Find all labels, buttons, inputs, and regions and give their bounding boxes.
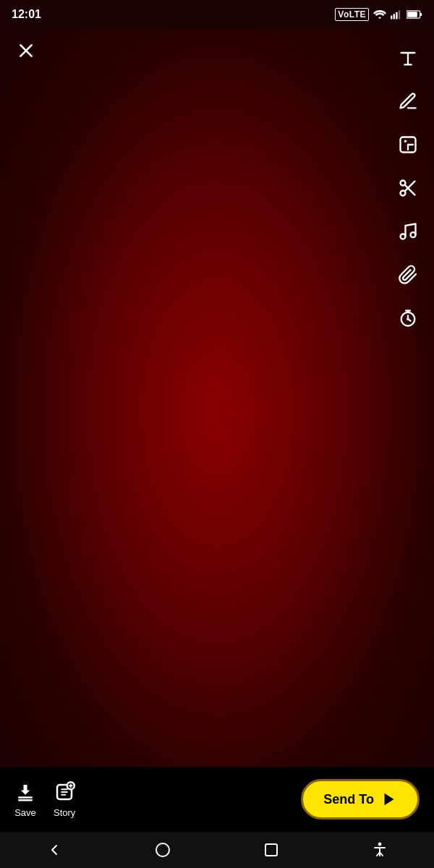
svg-point-23 [378,843,381,846]
bottom-bar: Save Story Send To [0,767,434,832]
nav-back-button[interactable] [40,835,69,864]
timer-tool-button[interactable] [393,304,422,333]
status-bar: 12:01 VoLTE [0,0,434,29]
volte-badge: VoLTE [335,8,369,21]
story-button[interactable]: Story [54,781,75,818]
svg-point-8 [404,140,407,143]
send-to-button[interactable]: Send To [301,779,420,820]
sticker-tool-button[interactable] [393,130,422,159]
pen-tool-button[interactable] [393,87,422,116]
svg-point-21 [156,843,169,856]
nav-home-button[interactable] [148,835,177,864]
nav-accessibility-button[interactable] [365,835,394,864]
nav-recents-button[interactable] [257,835,286,864]
svg-rect-3 [399,10,400,19]
text-tool-button[interactable] [393,43,422,72]
svg-rect-22 [265,844,277,856]
signal-icon [391,9,402,20]
svg-line-13 [409,182,414,187]
nav-bar [0,832,434,868]
story-label: Story [54,807,75,818]
toolbar-right [393,43,422,333]
svg-rect-5 [407,12,417,17]
svg-point-15 [411,232,416,237]
music-tool-button[interactable] [393,217,422,246]
svg-rect-2 [396,12,397,20]
wifi-icon [373,9,386,20]
status-icons: VoLTE [335,8,422,21]
battery-icon [407,10,422,19]
svg-rect-0 [391,16,392,20]
canvas-area [0,29,434,796]
svg-rect-6 [420,13,422,16]
send-to-label: Send To [323,792,374,807]
svg-point-17 [407,318,409,320]
svg-marker-20 [385,793,394,806]
close-button[interactable] [12,36,41,65]
svg-point-14 [401,234,406,239]
save-label: Save [14,807,36,818]
save-button[interactable]: Save [14,781,36,818]
send-to-arrow-icon [381,791,397,807]
svg-rect-1 [393,14,395,19]
scissors-tool-button[interactable] [393,174,422,203]
link-tool-button[interactable] [393,260,422,289]
status-time: 12:01 [12,8,41,21]
